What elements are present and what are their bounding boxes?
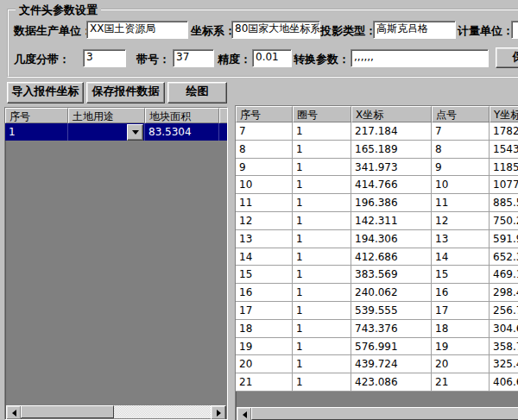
- cell-point: 12: [432, 212, 490, 230]
- measure-unit-input[interactable]: [511, 21, 518, 39]
- scroll-right-button[interactable]: [211, 405, 226, 420]
- table-row[interactable]: 14 1 412.686 14 652.35: [236, 248, 518, 266]
- scroll-left-button[interactable]: [6, 405, 22, 420]
- cell-circle: 1: [293, 302, 351, 320]
- cell-seq: 10: [236, 176, 293, 194]
- chevron-down-icon: [132, 130, 139, 135]
- label-projection-type: 投影类型：: [320, 23, 376, 39]
- projection-type-input[interactable]: 高斯克吕格: [373, 21, 456, 39]
- table-row[interactable]: 9 1 341.973 9 1185.3: [236, 159, 518, 177]
- cell-circle: 1: [293, 338, 351, 356]
- precision-input[interactable]: 0.01: [252, 49, 292, 67]
- cell-seq: 20: [236, 355, 293, 373]
- groupbox-title: 文件头参数设置: [16, 3, 101, 18]
- label-measure-unit: 计量单位：: [458, 23, 514, 39]
- cell-point: 19: [432, 338, 490, 356]
- cell-y: 1782.9: [490, 122, 518, 141]
- table-row[interactable]: 12 1 142.311 12 750.20: [236, 212, 518, 230]
- label-coordinate-system: 坐标系：: [191, 23, 236, 39]
- table-row[interactable]: 20 1 439.724 20 325.46: [236, 355, 518, 373]
- table-row[interactable]: 17 1 539.555 17 256.76: [236, 302, 518, 320]
- table-row[interactable]: 10 1 414.766 10 1077.0: [236, 176, 518, 194]
- table-row[interactable]: 8 1 165.189 8 1543.4: [236, 141, 518, 159]
- table-row[interactable]: 11 1 196.386 11 885.54: [236, 194, 518, 212]
- header-clipped[interactable]: [219, 108, 228, 123]
- cell-seq: 8: [236, 141, 293, 159]
- cell-y: 406.66: [490, 373, 518, 392]
- draw-button[interactable]: 绘图: [167, 82, 227, 103]
- table-row[interactable]: 7 1 217.184 7 1782.9: [236, 122, 518, 141]
- cell-y: 1185.3: [490, 159, 518, 177]
- land-use-dropdown[interactable]: [68, 123, 145, 141]
- cell-x: 414.766: [351, 176, 432, 194]
- cell-y: 885.54: [490, 194, 518, 212]
- arrow-right-icon: [217, 410, 221, 417]
- cell-y: 591.97: [490, 230, 518, 248]
- parcel-table-hscrollbar[interactable]: [6, 405, 226, 418]
- header-y[interactable]: Y坐标: [490, 106, 518, 122]
- data-producer-input[interactable]: XX国土资源局: [86, 21, 188, 39]
- cell-x: 743.376: [351, 320, 432, 338]
- import-coordinates-button[interactable]: 导入报件坐标: [7, 82, 84, 103]
- scroll-thumb[interactable]: [251, 407, 518, 420]
- cell-point: 17: [432, 302, 490, 320]
- parcel-table: 序号 土地用途 地块面积 1 83.5304: [4, 107, 228, 420]
- cell-seq: 12: [236, 212, 293, 230]
- coordinate-table-hscrollbar[interactable]: [237, 407, 518, 420]
- header-seq[interactable]: 序号: [236, 106, 293, 122]
- zone-number-input[interactable]: 37: [173, 49, 214, 67]
- header-seq[interactable]: 序号: [5, 108, 68, 123]
- parcel-table-header: 序号 土地用途 地块面积: [5, 108, 227, 123]
- table-row[interactable]: 18 1 743.376 18 304.64: [236, 320, 518, 338]
- cell-y: 298.40: [490, 284, 518, 302]
- cell-y: 358.78: [490, 338, 518, 356]
- coordinate-system-input[interactable]: 80国家大地坐标系: [231, 21, 320, 39]
- table-row[interactable]: 16 1 240.062 16 298.40: [236, 284, 518, 302]
- cell-x: 423.086: [351, 373, 432, 392]
- cell-circle: 1: [293, 194, 351, 212]
- table-row[interactable]: 21 1 423.086 21 406.66: [236, 373, 518, 392]
- cell-x: 412.686: [351, 248, 432, 266]
- parcel-table-row[interactable]: 1 83.5304: [5, 123, 227, 141]
- cell-point: 20: [432, 355, 490, 373]
- cell-x: 576.991: [351, 338, 432, 356]
- cell-x: 165.189: [351, 141, 432, 159]
- degree-zone-input[interactable]: 3: [83, 49, 126, 67]
- cell-y: 1077.0: [490, 176, 518, 194]
- scroll-left-button[interactable]: [237, 407, 252, 420]
- cell-seq: 1: [5, 123, 68, 141]
- cell-circle: 1: [293, 122, 351, 141]
- cell-x: 142.311: [351, 212, 432, 230]
- header-land-use[interactable]: 土地用途: [68, 108, 145, 123]
- cell-point: 21: [432, 373, 490, 392]
- cell-y: 469.13: [490, 266, 518, 284]
- cell-point: 7: [432, 122, 490, 141]
- header-point[interactable]: 点号: [432, 106, 490, 122]
- dropdown-button[interactable]: [127, 124, 143, 141]
- cell-seq: 16: [236, 284, 293, 302]
- cell-seq: 11: [236, 194, 293, 212]
- scroll-thumb[interactable]: [21, 405, 114, 418]
- arrow-left-icon: [243, 411, 247, 418]
- header-circle[interactable]: 圈号: [293, 106, 351, 122]
- cell-y: 750.20: [490, 212, 518, 230]
- cell-x: 539.555: [351, 302, 432, 320]
- save-report-data-button[interactable]: 保存报件数据: [86, 82, 165, 103]
- cell-seq: 19: [236, 338, 293, 356]
- table-row[interactable]: 19 1 576.991 19 358.78: [236, 338, 518, 356]
- cell-seq: 13: [236, 230, 293, 248]
- table-row[interactable]: 13 1 194.306 13 591.97: [236, 230, 518, 248]
- save-header-button[interactable]: 保: [496, 47, 518, 68]
- cell-seq: 14: [236, 248, 293, 266]
- header-parcel-area[interactable]: 地块面积: [145, 108, 219, 123]
- cell-point: 15: [432, 266, 490, 284]
- cell-point: 14: [432, 248, 490, 266]
- header-x[interactable]: X坐标: [351, 106, 432, 122]
- cell-circle: 1: [293, 141, 351, 159]
- cell-x: 240.062: [351, 284, 432, 302]
- cell-y: 304.64: [490, 320, 518, 338]
- table-row[interactable]: 15 1 383.569 15 469.13: [236, 266, 518, 284]
- transform-params-input[interactable]: ,,,,,,: [351, 49, 489, 67]
- cell-point: 16: [432, 284, 490, 302]
- cell-seq: 7: [236, 122, 293, 141]
